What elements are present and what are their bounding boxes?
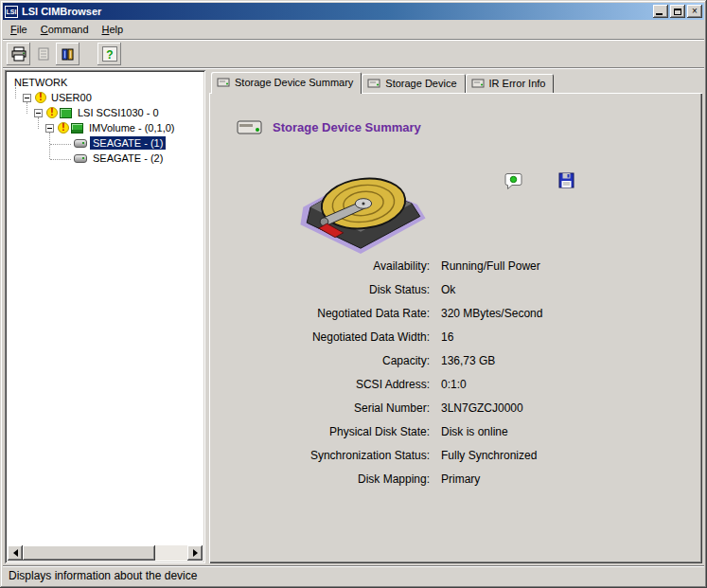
field-value: 3LN7GZCJ0000 <box>441 401 685 415</box>
books-icon <box>61 46 76 62</box>
window-title: LSI CIMBrowser <box>22 6 651 17</box>
field-label: SCSI Address: <box>236 378 430 391</box>
tab-label: Storage Device <box>385 78 456 89</box>
help-icon: ? <box>101 45 118 62</box>
app-logo-icon: LSI <box>5 6 18 18</box>
field-value: 136,73 GB <box>441 354 685 367</box>
floppy-save-icon[interactable] <box>558 172 574 188</box>
device-tree-panel: NETWORK USER00 LSI SCSI1030 - 0 <box>5 70 205 563</box>
field-label: Capacity: <box>236 354 430 367</box>
tab-label: IR Error Info <box>489 78 546 89</box>
scroll-right-button[interactable] <box>187 545 203 561</box>
arrow-right-icon <box>193 549 198 557</box>
tab-storage-device-summary[interactable]: Storage Device Summary <box>211 72 362 94</box>
menu-file[interactable]: File <box>4 21 34 38</box>
field-label: Negotiated Data Rate: <box>236 307 430 320</box>
balloon-status-icon[interactable] <box>504 172 523 190</box>
arrow-left-icon <box>13 549 18 557</box>
collapse-toggle-icon[interactable] <box>23 94 31 102</box>
maximize-icon <box>674 9 681 15</box>
collapse-toggle-icon[interactable] <box>45 124 54 133</box>
storage-device-summary-pane: Storage Device Summary <box>209 93 702 563</box>
maximize-button[interactable] <box>670 5 685 18</box>
tree-item-label: NETWORK <box>11 76 70 89</box>
content-header: Storage Device Summary <box>236 117 685 136</box>
tree-guide-line <box>15 87 16 98</box>
svg-text:?: ? <box>106 47 113 61</box>
tree-item-network[interactable]: NETWORK <box>8 75 203 90</box>
device-tree: NETWORK USER00 LSI SCSI1030 - 0 <box>8 73 203 543</box>
field-value: Fully Synchronized <box>441 449 685 462</box>
field-label: Serial Number: <box>236 401 430 415</box>
detail-panel: Storage Device Summary Storage Device IR… <box>209 70 702 563</box>
field-label: Negotiated Data Width: <box>236 330 430 344</box>
tree-guide-line <box>50 159 71 160</box>
drive-icon <box>236 117 264 136</box>
controller-icon <box>60 108 72 118</box>
hard-disk-illustration <box>298 151 427 254</box>
tree-item-label: SEAGATE - (2) <box>90 151 166 165</box>
tab-ir-error-info[interactable]: IR Error Info <box>466 74 555 93</box>
tree-item-label-selected: SEAGATE - (1) <box>90 136 166 150</box>
tree-item-label: LSI SCSI1030 - 0 <box>75 106 162 119</box>
scrollbar-thumb[interactable] <box>23 545 155 561</box>
tree-item-scsi-controller[interactable]: LSI SCSI1030 - 0 <box>8 105 203 120</box>
drive-icon <box>217 77 230 88</box>
tree-item-seagate-2[interactable]: SEAGATE - (2) <box>8 151 203 166</box>
volume-icon <box>71 123 83 134</box>
printer-icon <box>11 46 27 62</box>
tree-item-seagate-1[interactable]: SEAGATE - (1) <box>8 135 203 151</box>
document-button[interactable] <box>31 43 55 65</box>
field-label: Disk Status: <box>236 283 430 296</box>
menu-command[interactable]: Command <box>34 21 96 38</box>
tree-item-imvolume[interactable]: IMVolume - (0,1,0) <box>8 120 203 135</box>
field-label: Disk Mapping: <box>236 472 430 486</box>
minimize-icon <box>656 13 663 15</box>
status-text: Displays information about the device <box>9 569 197 582</box>
drive-icon <box>471 78 485 89</box>
collapse-toggle-icon[interactable] <box>34 109 43 117</box>
library-button[interactable] <box>56 43 80 65</box>
tree-item-label: IMVolume - (0,1,0) <box>86 121 177 134</box>
field-label: Availability: <box>236 259 430 273</box>
device-properties: Availability: Running/Full Power Disk St… <box>236 259 685 486</box>
menu-help[interactable]: Help <box>96 21 131 38</box>
toolbar: ? <box>3 40 704 68</box>
field-value: 0:1:0 <box>441 378 685 391</box>
tab-storage-device[interactable]: Storage Device <box>362 74 465 93</box>
scroll-left-button[interactable] <box>8 545 23 561</box>
print-button[interactable] <box>7 43 30 65</box>
disk-icon <box>74 154 87 163</box>
app-window: LSI LSI CIMBrowser × File Command Help <box>0 0 707 588</box>
drive-icon <box>367 78 380 89</box>
disk-icon <box>74 139 87 148</box>
main-area: NETWORK USER00 LSI SCSI1030 - 0 <box>3 68 704 565</box>
field-value: Ok <box>441 283 685 296</box>
tree-guide-line <box>50 144 71 145</box>
tree-item-label: USER00 <box>48 91 95 104</box>
field-value: Running/Full Power <box>441 259 685 273</box>
illustration-row <box>298 151 685 258</box>
tree-guide-line <box>27 102 27 114</box>
tree-guide-line <box>49 133 50 159</box>
tree-horizontal-scrollbar[interactable] <box>8 545 203 561</box>
close-button[interactable]: × <box>687 5 702 18</box>
tree-guide-line <box>38 117 39 129</box>
help-button[interactable]: ? <box>97 43 121 65</box>
minimize-button[interactable] <box>653 5 668 18</box>
menubar: File Command Help <box>3 20 704 40</box>
field-label: Physical Disk State: <box>236 425 430 438</box>
field-value: Primary <box>441 472 685 486</box>
tree-item-user00[interactable]: USER00 <box>8 90 203 105</box>
tab-bar: Storage Device Summary Storage Device IR… <box>209 72 702 93</box>
page-title: Storage Device Summary <box>273 120 421 134</box>
field-value: 320 MBytes/Second <box>441 307 685 320</box>
tab-label: Storage Device Summary <box>235 77 353 88</box>
warning-icon <box>46 107 58 118</box>
titlebar: LSI LSI CIMBrowser × <box>3 3 704 20</box>
statusbar: Displays information about the device <box>3 565 704 585</box>
status-icons <box>504 172 574 190</box>
document-icon <box>36 46 51 62</box>
scrollbar-track[interactable] <box>23 545 187 561</box>
warning-icon <box>58 122 69 134</box>
